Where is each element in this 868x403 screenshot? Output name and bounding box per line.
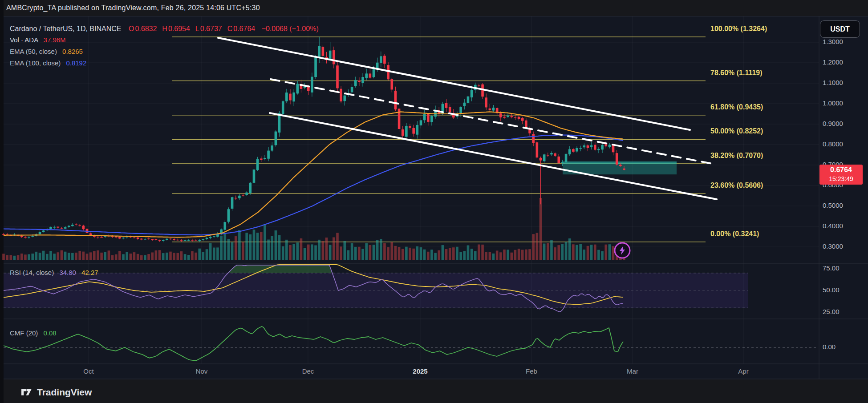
time-axis-label: 2025	[413, 367, 427, 375]
tradingview-chart-page: AMBCrypto_TA published on TradingView.co…	[0, 0, 868, 403]
price-tick-label: 0.5000	[823, 202, 843, 209]
ema100-line	[4, 135, 623, 235]
flash-icon[interactable]	[615, 243, 630, 258]
currency-toggle-button[interactable]: USDT	[820, 20, 860, 38]
volume-legend-row[interactable]: Vol · ADA 37.96M	[10, 36, 66, 44]
fib-level-label: 100.00% (1.3264)	[710, 25, 767, 33]
time-axis-label: Mar	[627, 367, 638, 375]
time-axis-label: Apr	[738, 367, 748, 375]
cmf-label: CMF (20)	[10, 329, 38, 337]
time-axis-label: Oct	[83, 367, 93, 375]
ohlc-o: O0.6832	[128, 25, 157, 32]
fib-level-label: 0.00% (0.3241)	[710, 230, 759, 238]
fib-level-label: 78.60% (1.1119)	[710, 69, 763, 77]
ohlc-values: O0.6832H0.6954L0.6737C0.6764	[123, 25, 255, 32]
price-tick-label: 1.1000	[823, 79, 843, 86]
channel-lower-trendline[interactable]	[270, 113, 717, 199]
tradingview-logo-icon	[20, 386, 32, 398]
grid-lines	[4, 16, 819, 364]
price-tick-label: 0.8000	[823, 140, 843, 148]
ema50-value: 0.8265	[62, 48, 83, 55]
volume-value: 37.96M	[44, 36, 66, 44]
time-axis-label: Nov	[196, 367, 208, 375]
last-price-value: 0.6764	[819, 165, 863, 175]
rsi-ma-value: 42.27	[81, 269, 98, 276]
time-axis-label: Dec	[302, 367, 314, 375]
rsi-label: RSI (14, close)	[10, 269, 54, 276]
fib-level-label: 23.60% (0.5606)	[710, 181, 763, 189]
ema100-legend-row[interactable]: EMA (100, close) 0.8192	[10, 59, 86, 67]
rsi-value: 34.80	[59, 269, 76, 276]
rsi-tick-label: 25.00	[823, 308, 840, 315]
ema50-legend-row[interactable]: EMA (50, close) 0.8265	[10, 48, 83, 55]
fib-level-label: 61.80% (0.9435)	[710, 103, 763, 111]
ema100-value: 0.8192	[66, 59, 86, 67]
price-tick-label: 1.0000	[823, 99, 843, 107]
symbol-legend-row[interactable]: Cardano / TetherUS, 1D, BINANCE O0.6832H…	[10, 25, 319, 33]
fib-level-label: 38.20% (0.7070)	[710, 152, 763, 160]
price-tick-label: 0.9000	[823, 120, 843, 127]
price-tick-label: 1.2000	[823, 58, 843, 66]
ohlc-h: H0.6954	[161, 25, 190, 32]
rsi-tick-label: 50.00	[823, 286, 840, 294]
price-tick-label: 1.3000	[823, 38, 843, 45]
ohlc-l: L0.6737	[195, 25, 222, 32]
tradingview-brand-text: TradingView	[37, 387, 92, 398]
volume-label: Vol · ADA	[10, 36, 38, 44]
fib-level-label: 50.00% (0.8252)	[710, 127, 763, 135]
fib-retracement-lines	[172, 37, 706, 242]
chart-canvas[interactable]	[0, 0, 868, 403]
price-tick-label: 0.3000	[823, 242, 843, 250]
time-axis-label: Feb	[526, 367, 537, 375]
cmf-legend-row[interactable]: CMF (20) 0.08	[10, 329, 57, 337]
ema100-label: EMA (100, close)	[10, 59, 61, 67]
ohlc-c: C0.6764	[227, 25, 256, 32]
cmf-line	[4, 326, 623, 361]
bar-countdown: 15:23:49	[819, 175, 863, 183]
cmf-tick-label: 0.00	[823, 343, 836, 351]
cmf-value: 0.08	[44, 329, 57, 337]
last-price-tag: 0.6764 15:23:49	[819, 165, 863, 185]
price-tick-label: 0.4000	[823, 222, 843, 230]
tradingview-footer-logo[interactable]: TradingView	[20, 386, 92, 398]
change-value: −0.0068 (−1.00%)	[262, 25, 319, 32]
ema50-label: EMA (50, close)	[10, 48, 57, 55]
volume-series	[2, 198, 625, 260]
rsi-tick-label: 75.00	[823, 264, 840, 272]
symbol-title: Cardano / TetherUS, 1D, BINANCE	[10, 25, 121, 32]
rsi-legend-row[interactable]: RSI (14, close) 34.80 42.27	[10, 269, 98, 276]
